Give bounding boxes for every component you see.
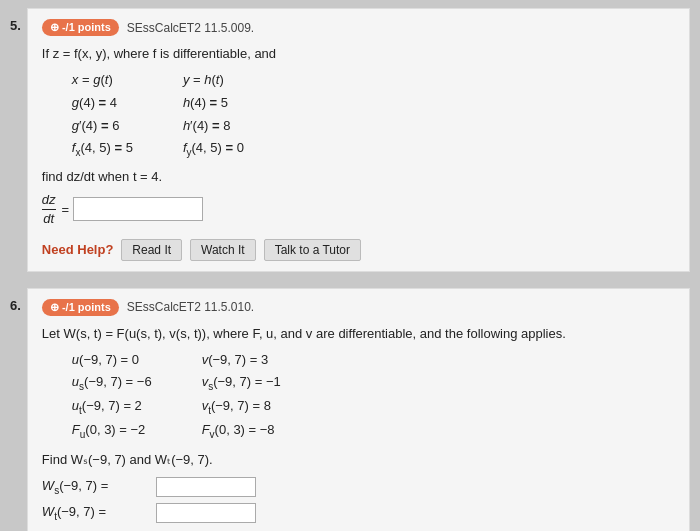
q6-col1: u(−9, 7) = 0 us(−9, 7) = −6 ut(−9, 7) = …: [72, 349, 152, 444]
q5-points-badge: ⊕ -/1 points: [42, 19, 119, 36]
q6-ws-row: Ws(−9, 7) =: [42, 477, 675, 497]
q6-col2: v(−9, 7) = 3 vs(−9, 7) = −1 vt(−9, 7) = …: [202, 349, 281, 444]
q5-intro: If z = f(x, y), where f is differentiabl…: [42, 46, 675, 61]
q6-points-text: -/1 points: [62, 301, 111, 313]
q5-answer-input[interactable]: [73, 197, 203, 221]
q5-need-help: Need Help? Read It Watch It Talk to a Tu…: [42, 239, 675, 261]
q5-header: ⊕ -/1 points SEssCalcET2 11.5.009.: [42, 19, 675, 36]
q6-header: ⊕ -/1 points SEssCalcET2 11.5.010.: [42, 299, 675, 316]
q6-given: u(−9, 7) = 0 us(−9, 7) = −6 ut(−9, 7) = …: [72, 349, 675, 444]
q6-task: Find Wₛ(−9, 7) and Wₜ(−9, 7).: [42, 452, 675, 467]
q5-equals: =: [62, 202, 70, 217]
q5-number: 5.: [10, 18, 21, 33]
q5-points-text: -/1 points: [62, 21, 111, 33]
q5-watch-it-button[interactable]: Watch It: [190, 239, 256, 261]
q6-ref: SEssCalcET2 11.5.010.: [127, 300, 254, 314]
q5-need-help-label: Need Help?: [42, 242, 114, 257]
q6-block: ⊕ -/1 points SEssCalcET2 11.5.010. Let W…: [27, 288, 690, 531]
q5-dz: dz: [42, 192, 56, 208]
q6-wt-label: Wt(−9, 7) =: [42, 504, 152, 522]
q5-given: x = g(t) g(4) = 4 g′(4) = 6 fx(4, 5) = 5…: [72, 69, 675, 161]
q5-col2: y = h(t) h(4) = 5 h′(4) = 8 fy(4, 5) = 0: [183, 69, 244, 161]
q5-points-icon: ⊕: [50, 21, 59, 33]
q6-wt-input[interactable]: [156, 503, 256, 523]
q5-read-it-button[interactable]: Read It: [121, 239, 182, 261]
q5-talk-tutor-button[interactable]: Talk to a Tutor: [264, 239, 361, 261]
q5-ref: SEssCalcET2 11.5.009.: [127, 21, 254, 35]
q5-task: find dz/dt when t = 4.: [42, 169, 675, 184]
q5-fraction: dz dt: [42, 192, 56, 226]
q5-fraction-line: [42, 209, 56, 210]
q6-ws-label: Ws(−9, 7) =: [42, 478, 152, 496]
q5-dt: dt: [43, 211, 54, 227]
q5-col1: x = g(t) g(4) = 4 g′(4) = 6 fx(4, 5) = 5: [72, 69, 133, 161]
q6-ws-input[interactable]: [156, 477, 256, 497]
q6-intro: Let W(s, t) = F(u(s, t), v(s, t)), where…: [42, 326, 675, 341]
q5-answer-row: dz dt =: [42, 192, 675, 226]
q6-points-icon: ⊕: [50, 301, 59, 313]
q6-wt-row: Wt(−9, 7) =: [42, 503, 675, 523]
q6-points-badge: ⊕ -/1 points: [42, 299, 119, 316]
q6-number: 6.: [10, 298, 21, 313]
q5-block: ⊕ -/1 points SEssCalcET2 11.5.009. If z …: [27, 8, 690, 272]
